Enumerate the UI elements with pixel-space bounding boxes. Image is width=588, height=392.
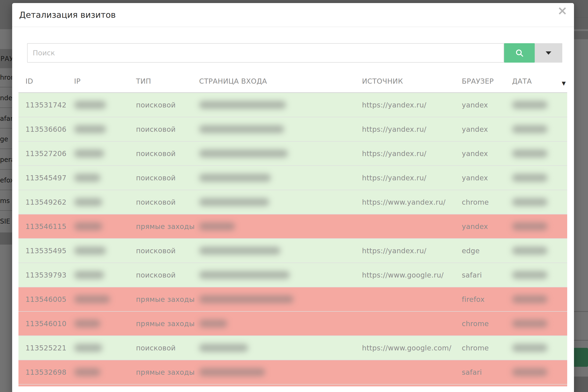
redacted-date-blur — [512, 368, 547, 376]
cell-id: 113546005 — [19, 287, 67, 311]
redacted-date-blur — [512, 247, 547, 255]
row-browser: chrome — [462, 198, 489, 206]
column-header-date-label: ДАТА — [512, 77, 532, 85]
redacted-page-blur — [199, 198, 269, 206]
column-header-ip[interactable]: IP — [67, 77, 129, 92]
table-body: 113531742поисковойhttps://yandex.ru/yand… — [19, 93, 567, 386]
redacted-ip-blur — [74, 198, 102, 206]
cell-source: https://yandex.ru/ — [355, 142, 455, 166]
cell-date — [505, 287, 567, 311]
search-button[interactable] — [504, 43, 535, 62]
redacted-date-blur — [512, 320, 547, 328]
cell-ip — [67, 117, 129, 141]
cell-ip — [67, 142, 129, 166]
cell-id: 113536606 — [19, 117, 67, 141]
cell-ip — [67, 336, 129, 360]
cell-ip — [67, 239, 129, 262]
cell-browser: safari — [455, 360, 505, 384]
cell-source: https://www.google.ru/ — [355, 263, 455, 287]
search-icon — [515, 48, 524, 58]
cell-date — [505, 360, 567, 384]
cell-browser: chrome — [455, 190, 505, 214]
cell-source — [355, 312, 455, 336]
redacted-page-blur — [199, 368, 265, 376]
redacted-ip-blur — [74, 150, 104, 158]
search-input[interactable] — [27, 43, 504, 62]
column-header-type[interactable]: ТИП — [129, 77, 192, 92]
modal-body: ID IP ТИП СТРАНИЦА ВХОДА ИСТОЧНИК БРАУЗЕ… — [12, 43, 574, 386]
redacted-page-blur — [199, 344, 248, 352]
cell-date — [505, 166, 567, 190]
cell-entry-page — [192, 287, 355, 311]
cell-browser: edge — [455, 239, 505, 262]
cell-id: 113525221 — [19, 336, 67, 360]
cell-date — [505, 142, 567, 166]
redacted-date-blur — [512, 344, 547, 352]
row-browser: safari — [462, 271, 482, 279]
cell-browser: yandex — [455, 117, 505, 141]
cell-entry-page — [192, 214, 355, 238]
cell-ip — [67, 214, 129, 238]
column-header-id[interactable]: ID — [19, 77, 67, 92]
screenshot-stage: РАУ hromndeafarigeperaefoxmsSIE Детализа… — [0, 0, 588, 392]
search-group — [27, 43, 562, 62]
cell-id: 113545497 — [19, 166, 67, 190]
cell-source — [355, 214, 455, 238]
cell-ip — [67, 312, 129, 336]
row-browser: edge — [462, 247, 480, 255]
cell-type: поисковой — [129, 336, 192, 360]
row-browser: chrome — [462, 344, 489, 352]
cell-browser: yandex — [455, 93, 505, 117]
row-id: 113546005 — [26, 295, 66, 304]
column-header-date[interactable]: ДАТА ▼ — [505, 77, 567, 92]
row-source: https://www.google.com/ — [362, 344, 451, 352]
cell-entry-page — [192, 142, 355, 166]
redacted-ip-blur — [74, 368, 101, 376]
cell-ip — [67, 93, 129, 117]
row-source: https://yandex.ru/ — [362, 174, 426, 182]
sort-desc-icon[interactable]: ▼ — [562, 80, 566, 86]
redacted-page-blur — [199, 247, 280, 255]
redacted-date-blur — [512, 174, 547, 182]
redacted-page-blur — [199, 174, 271, 182]
cell-browser: yandex — [455, 166, 505, 190]
cell-type: поисковой — [129, 142, 192, 166]
column-header-browser[interactable]: БРАУЗЕР — [455, 77, 505, 92]
row-id: 113539793 — [26, 271, 66, 279]
row-id: 113531742 — [26, 101, 66, 109]
row-type: поисковой — [136, 125, 176, 134]
table-header-row: ID IP ТИП СТРАНИЦА ВХОДА ИСТОЧНИК БРАУЗЕ… — [19, 62, 567, 93]
row-source: https://yandex.ru/ — [362, 125, 426, 134]
cell-type: поисковой — [129, 239, 192, 262]
visits-table: ID IP ТИП СТРАНИЦА ВХОДА ИСТОЧНИК БРАУЗЕ… — [19, 62, 567, 386]
redacted-page-blur — [199, 150, 288, 158]
cell-entry-page — [192, 166, 355, 190]
search-options-dropdown-button[interactable] — [535, 43, 562, 62]
redacted-date-blur — [512, 125, 547, 133]
row-type: поисковой — [136, 271, 176, 279]
redacted-page-blur — [199, 125, 284, 133]
table-row: 113546115прямые заходыyandex — [19, 214, 567, 239]
cell-ip — [67, 263, 129, 287]
row-id: 113546115 — [26, 222, 66, 230]
cell-id: 113532698 — [19, 360, 67, 384]
cell-type: прямые заходы — [129, 214, 192, 238]
cell-entry-page — [192, 239, 355, 262]
row-browser: yandex — [462, 125, 488, 134]
column-header-source[interactable]: ИСТОЧНИК — [355, 77, 455, 92]
redacted-date-blur — [512, 271, 547, 279]
table-row: 113535495поисковойhttps://yandex.ru/edge — [19, 239, 567, 263]
cell-source — [355, 287, 455, 311]
row-browser: yandex — [462, 101, 488, 109]
cell-entry-page — [192, 93, 355, 117]
redacted-ip-blur — [74, 247, 106, 255]
redacted-ip-blur — [74, 271, 104, 279]
cell-date — [505, 312, 567, 336]
redacted-ip-blur — [74, 174, 101, 182]
cell-date — [505, 117, 567, 141]
cell-source: https://yandex.ru/ — [355, 117, 455, 141]
table-row: 113545497поисковойhttps://yandex.ru/yand… — [19, 166, 567, 190]
row-id: 113532698 — [26, 368, 66, 376]
column-header-entry-page[interactable]: СТРАНИЦА ВХОДА — [192, 77, 355, 92]
close-button[interactable]: × — [556, 4, 568, 18]
